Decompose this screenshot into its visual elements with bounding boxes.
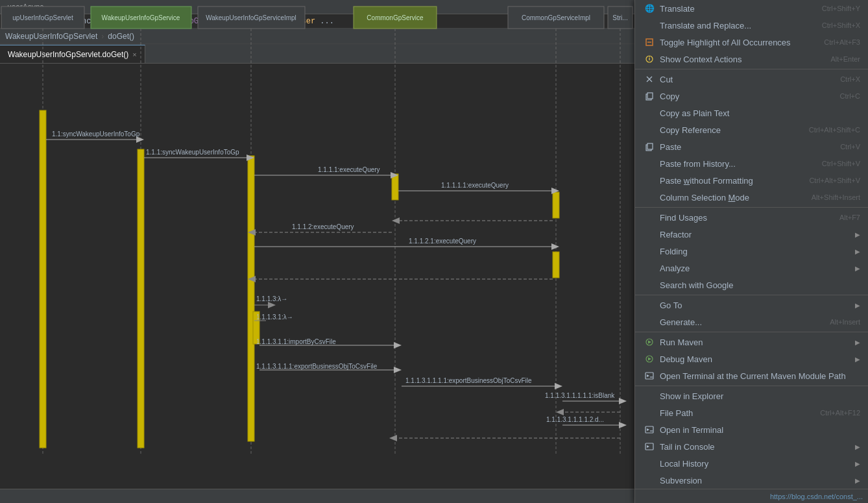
menu-separator [635,207,868,208]
svg-text:upUserInfoGpServlet: upUserInfoGpServlet [12,14,73,21]
menu-label-tail-console: Tail in Console [660,442,852,452]
menu-item-refactor[interactable]: Refactor▶ [635,226,868,243]
menu-item-folding[interactable]: Folding▶ [635,243,868,260]
submenu-arrow-folding: ▶ [855,248,860,255]
menu-item-column-mode[interactable]: Column Selection ModeAlt+Shift+Insert [635,189,868,206]
submenu-arrow-analyze: ▶ [855,265,860,272]
menu-item-open-terminal[interactable]: Open in Terminal [635,421,868,438]
svg-text:WakeupUserInfoGpService: WakeupUserInfoGpService [102,14,180,21]
svg-marker-61 [555,383,562,389]
svg-marker-38 [392,217,400,224]
menu-icon-run-maven [643,337,656,347]
menu-label-copy-plain: Copy as Plain Text [660,108,860,118]
menu-icon-show-context [643,55,656,64]
menu-shortcut-generate: Alt+Insert [830,318,860,326]
menu-item-copy-reference[interactable]: Copy ReferenceCtrl+Alt+Shift+C [635,121,868,138]
menu-item-paste-no-format[interactable]: Paste without FormattingCtrl+Alt+Shift+V [635,172,868,189]
svg-marker-95 [647,428,649,431]
menu-item-tail-console[interactable]: Tail in Console▶ [635,438,868,455]
status-url: https://blog.csdn.net/const_... [770,493,863,500]
menu-label-file-path: File Path [660,408,815,418]
menu-label-run-maven: Run Maven [660,337,852,347]
svg-text:1.1.1.3.1.1.1.1.1:isBlank: 1.1.1.3.1.1.1.1.1:isBlank [545,392,615,399]
svg-text:1.1.1.1.1:executeQuery: 1.1.1.1.1:executeQuery [441,182,509,189]
menu-icon-debug-maven [643,354,656,363]
menu-label-translate-replace: Translate and Replace... [660,21,817,31]
menu-icon-open-terminal [643,425,656,434]
svg-marker-64 [619,398,627,404]
menu-item-toggle-highlight[interactable]: Toggle Highlight of All OccurrencesCtrl+… [635,34,868,51]
submenu-arrow-go-to: ▶ [855,302,860,309]
svg-rect-23 [553,192,559,218]
menu-label-paste: Paste [660,142,835,152]
svg-text:CommonGpService: CommonGpService [367,14,424,21]
menu-item-run-maven[interactable]: Run Maven▶ [635,334,868,350]
svg-rect-86 [647,143,653,149]
submenu-arrow-run-maven: ▶ [855,339,860,346]
menu-item-show-context[interactable]: Show Context ActionsAlt+Enter [635,51,868,67]
menu-label-translate: Translate [660,4,817,14]
menu-item-copy[interactable]: CopyCtrl+C [635,88,868,104]
menu-shortcut-translate: Ctrl+Shift+Y [822,5,860,12]
svg-marker-92 [647,374,649,377]
menu-label-analyze: Analyze [660,264,852,273]
menu-icon-tail-console [643,442,656,451]
svg-marker-72 [389,435,397,441]
menu-item-search-google[interactable]: Search with Google [635,276,868,293]
menu-item-copy-plain[interactable]: Copy as Plain Text [635,104,868,121]
menu-item-analyze[interactable]: Analyze▶ [635,260,868,276]
menu-item-local-history[interactable]: Local History▶ [635,455,868,472]
menu-item-subversion[interactable]: Subversion▶ [635,472,868,489]
menu-label-subversion: Subversion [660,476,852,485]
sequence-diagram: upUserInfoGpServlet WakeupUserInfoGpServ… [0,0,636,454]
menu-shortcut-paste-history: Ctrl+Shift+V [822,160,860,167]
menu-item-generate[interactable]: Generate...Alt+Insert [635,313,868,330]
svg-text:1.1.1.2.1:executeQuery: 1.1.1.2.1:executeQuery [409,238,476,245]
menu-item-open-terminal-maven[interactable]: Open Terminal at the Current Maven Modul… [635,367,868,384]
menu-item-file-path[interactable]: File PathCtrl+Alt+F12 [635,404,868,421]
svg-point-80 [649,56,650,58]
submenu-arrow-refactor: ▶ [855,231,860,238]
menu-item-go-to[interactable]: Go To▶ [635,297,868,313]
svg-marker-69 [619,422,627,428]
menu-item-cut[interactable]: CutCtrl+X [635,71,868,88]
svg-marker-88 [648,341,651,344]
menu-label-paste-history: Paste from History... [660,159,817,169]
menu-item-translate-replace[interactable]: Translate and Replace...Ctrl+Shift+X [635,17,868,34]
svg-rect-18 [40,110,46,448]
context-menu: 🌐TranslateCtrl+Shift+YTranslate and Repl… [634,0,868,503]
svg-rect-22 [392,174,398,200]
svg-text:CommonGpServiceImpl: CommonGpServiceImpl [522,14,590,21]
svg-rect-20 [248,156,254,441]
menu-label-cut: Cut [660,75,835,84]
menu-shortcut-toggle-highlight: Ctrl+Alt+F3 [824,38,860,46]
svg-text:1.1.1.3:λ→: 1.1.1.3:λ→ [256,295,287,302]
submenu-arrow-tail-console: ▶ [855,443,860,450]
svg-rect-84 [647,93,653,99]
svg-marker-56 [394,342,402,349]
menu-shortcut-find-usages: Alt+F7 [839,214,860,221]
svg-rect-19 [138,149,144,448]
menu-item-show-explorer[interactable]: Show in Explorer [635,387,868,404]
svg-text:1.1:syncWakeupUserInfoToGp: 1.1:syncWakeupUserInfoToGp [52,130,140,138]
url-bar: https://blog.csdn.net/const_... [634,489,868,503]
menu-label-copy-reference: Copy Reference [660,125,804,135]
svg-text:WakeupUserInfoGpServiceImpl: WakeupUserInfoGpServiceImpl [206,14,296,21]
menu-item-paste[interactable]: PasteCtrl+V [635,138,868,155]
menu-label-paste-no-format: Paste without Formatting [660,176,804,186]
menu-icon-cut [643,75,656,84]
svg-text:Stri...: Stri... [612,14,627,21]
menu-shortcut-copy-reference: Ctrl+Alt+Shift+C [809,126,860,134]
menu-label-copy: Copy [660,92,835,101]
status-bar [0,489,634,503]
menu-item-paste-history[interactable]: Paste from History...Ctrl+Shift+V [635,155,868,172]
svg-text:1.1.1:syncWakeupUserInfoToGp: 1.1.1:syncWakeupUserInfoToGp [146,149,239,156]
menu-icon-toggle-highlight [643,38,656,47]
menu-shortcut-paste-no-format: Ctrl+Alt+Shift+V [809,177,860,184]
menu-icon-translate: 🌐 [643,4,656,13]
menu-item-find-usages[interactable]: Find UsagesAlt+F7 [635,209,868,226]
menu-label-open-terminal-maven: Open Terminal at the Current Maven Modul… [660,371,860,381]
svg-text:1.1.1.3.1:λ→: 1.1.1.3.1:λ→ [256,313,293,321]
menu-item-translate[interactable]: 🌐TranslateCtrl+Shift+Y [635,0,868,17]
menu-item-debug-maven[interactable]: Debug Maven▶ [635,350,868,367]
